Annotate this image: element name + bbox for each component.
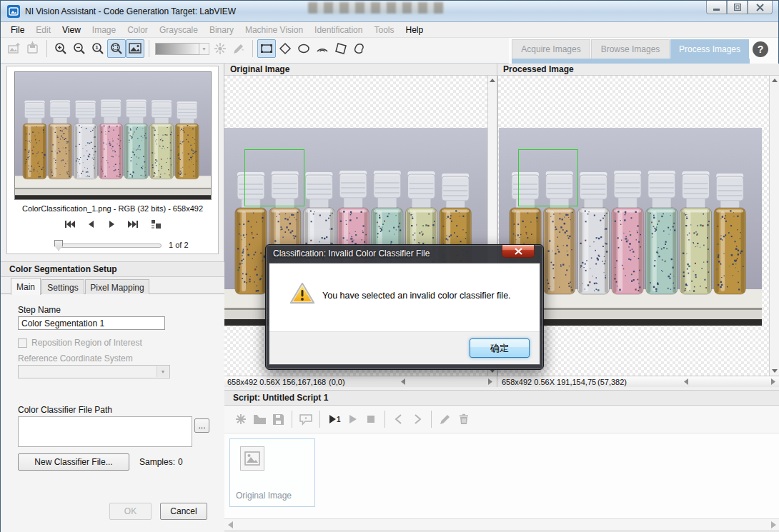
original-status-bar: 658x492 0.56X 156,167,168 (0,0)	[224, 376, 497, 387]
samples-value: 0	[178, 457, 183, 467]
previous-image-icon[interactable]	[87, 220, 96, 229]
scroll-right-icon[interactable]	[771, 521, 776, 531]
tab-acquire-images[interactable]: Acquire Images	[512, 39, 590, 59]
roi-rectangle[interactable]	[518, 149, 578, 206]
original-horizontal-scrollbar[interactable]	[401, 377, 492, 386]
classifier-path-input[interactable]	[18, 416, 192, 447]
open-script-icon	[250, 410, 269, 428]
next-image-icon[interactable]	[107, 220, 116, 229]
roi-rotated-rect-icon[interactable]	[332, 39, 350, 58]
slider-track[interactable]	[57, 244, 162, 248]
roi-rectangle-icon[interactable]	[257, 39, 276, 58]
palette-dropdown[interactable]: ▼	[155, 43, 209, 55]
first-image-icon[interactable]	[64, 220, 76, 229]
run-script-icon	[343, 410, 362, 428]
run-once-icon[interactable]: 1	[324, 410, 343, 428]
zoom-out-icon[interactable]	[70, 39, 89, 58]
reposition-roi-row: Reposition Region of Interest	[18, 338, 142, 348]
tab-pixel-mapping[interactable]: Pixel Mapping	[85, 279, 149, 295]
cancel-button[interactable]: Cancel	[160, 503, 207, 520]
script-toolbar: 1	[224, 406, 779, 433]
close-button[interactable]	[748, 1, 773, 14]
tab-browse-images[interactable]: Browse Images	[591, 39, 670, 59]
error-dialog: Classification: Invalid Color Classifier…	[265, 244, 544, 370]
ok-button: OK	[109, 503, 152, 520]
menu-grayscale: Grayscale	[154, 23, 204, 37]
reference-coordinate-label: Reference Coordinate System	[18, 353, 133, 363]
tab-process-images[interactable]: Process Images	[670, 39, 749, 59]
save-image-icon	[24, 39, 42, 58]
original-cursor-coords: (0,0)	[329, 378, 345, 386]
minimize-button[interactable]	[706, 1, 727, 14]
dialog-body: You have selected an invalid color class…	[269, 264, 540, 333]
scroll-left-icon[interactable]	[684, 378, 688, 386]
zoom-in-icon[interactable]	[51, 39, 70, 58]
script-horizontal-scrollbar[interactable]	[224, 518, 779, 530]
dialog-title: Classification: Invalid Color Classifier…	[269, 245, 540, 263]
processed-vertical-scrollbar[interactable]	[769, 76, 779, 376]
window-title: NI Vision Assistant - Code Generation Ta…	[25, 6, 236, 16]
scroll-left-icon[interactable]	[228, 521, 233, 531]
toolbar-separator	[319, 411, 320, 428]
menu-view[interactable]: View	[56, 23, 86, 37]
scroll-up-icon[interactable]	[770, 76, 779, 86]
next-step-icon	[408, 410, 427, 428]
script-panel-title: Script: Untitled Script 1	[224, 390, 779, 406]
roi-annulus-icon[interactable]	[313, 39, 332, 58]
image-navigation	[7, 219, 218, 229]
samples-label: Samples:	[139, 457, 175, 467]
scroll-right-icon[interactable]	[771, 378, 775, 386]
original-image-header: Original Image	[224, 64, 497, 76]
zoom-fit-image-icon[interactable]	[126, 39, 144, 58]
menu-file[interactable]: File	[5, 23, 30, 37]
scroll-up-icon[interactable]	[488, 76, 497, 86]
toolbar-separator	[292, 411, 292, 428]
script-step-original-image[interactable]: Original Image	[229, 438, 315, 507]
title-bar[interactable]: NI Vision Assistant - Code Generation Ta…	[1, 1, 778, 22]
roi-diamond-icon[interactable]	[276, 39, 294, 58]
dialog-close-button[interactable]	[502, 245, 535, 258]
step-name-input[interactable]	[18, 316, 165, 330]
browse-classifier-button[interactable]: ...	[194, 418, 209, 433]
maximize-button[interactable]	[727, 1, 748, 14]
image-thumbnail[interactable]	[14, 71, 212, 200]
tab-settings[interactable]: Settings	[41, 279, 84, 295]
last-image-icon[interactable]	[127, 220, 139, 229]
chevron-down-icon: ▼	[199, 43, 209, 55]
reference-coordinate-dropdown: ▼	[18, 365, 170, 378]
active-tab-strip	[512, 59, 750, 64]
roi-rectangle[interactable]	[244, 149, 304, 206]
roi-freehand-icon[interactable]	[350, 39, 369, 58]
thumbnail-view-icon[interactable]	[150, 219, 162, 229]
zoom-1x-icon[interactable]: 1	[89, 39, 107, 58]
brightness-icon	[211, 39, 229, 58]
new-classifier-file-button[interactable]: New Classifier File...	[18, 453, 129, 471]
image-browser: ColorClassification_1.png - RGB (32 bits…	[6, 66, 219, 254]
processed-image-header: Processed Image	[497, 64, 779, 76]
zoom-region-icon[interactable]	[107, 39, 126, 58]
processed-cursor-coords: (57,382)	[597, 378, 627, 386]
tab-main[interactable]: Main	[11, 278, 41, 295]
dialog-ok-button[interactable]: 确定	[470, 338, 530, 358]
script-step-label: Original Image	[236, 491, 292, 501]
roi-oval-icon[interactable]	[294, 39, 313, 58]
menu-tools: Tools	[368, 23, 400, 37]
menu-help[interactable]: Help	[400, 23, 430, 37]
scroll-right-icon[interactable]	[488, 378, 492, 386]
setup-main-tab-content: Step Name Reposition Region of Interest …	[1, 294, 224, 532]
toolbar-separator	[46, 40, 47, 57]
left-panel: ColorClassification_1.png - RGB (32 bits…	[1, 64, 224, 532]
slider-thumb[interactable]	[54, 240, 63, 251]
new-script-icon	[232, 410, 250, 428]
menu-bar: File Edit View Image Color Grayscale Bin…	[1, 22, 778, 38]
run-once-number: 1	[337, 416, 341, 423]
image-position-label: 1 of 2	[169, 241, 189, 249]
script-canvas[interactable]: Original Image	[224, 433, 779, 518]
processed-horizontal-scrollbar[interactable]	[684, 377, 775, 386]
reposition-roi-checkbox	[18, 338, 27, 348]
help-icon[interactable]: ?	[753, 41, 768, 57]
scroll-left-icon[interactable]	[401, 378, 405, 386]
palette-gradient-icon	[155, 43, 199, 55]
step-name-label: Step Name	[18, 305, 61, 315]
scroll-down-icon[interactable]	[770, 366, 779, 376]
